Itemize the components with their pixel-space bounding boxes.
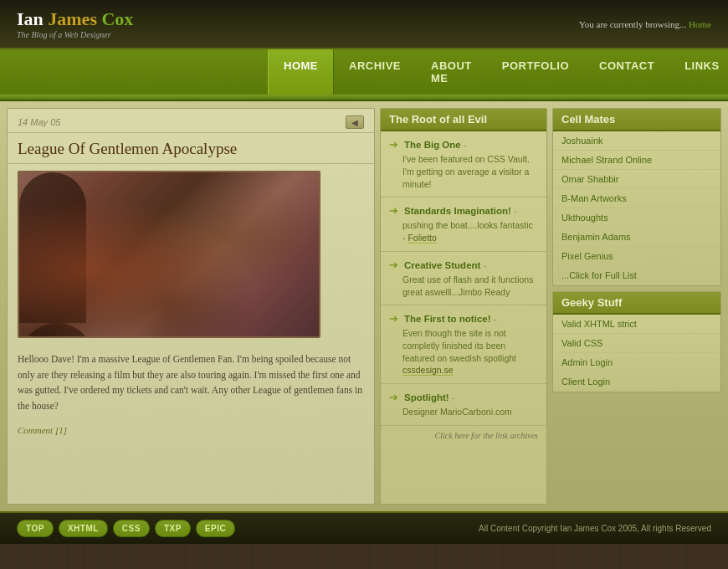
geeky-stuff-header: Geeky Stuff <box>553 292 720 315</box>
browsing-label: You are currently browsing... <box>579 19 686 29</box>
name-cox: Cox <box>101 8 133 29</box>
site-tagline: The Blog of a Web Designer <box>17 30 133 39</box>
sidebar-link-bman[interactable]: B-Man Artworks <box>553 189 720 208</box>
post-date: 14 May 05 <box>18 117 60 127</box>
link-archives-link[interactable]: Click here for the link archives <box>381 426 546 445</box>
cell-mates-header: Cell Mates <box>553 109 720 131</box>
copyright-text: All Content Copyright Ian James Cox 2005… <box>479 524 711 533</box>
link-desc-5: Designer MarioCarboni.com <box>389 406 538 418</box>
link-title-text-5[interactable]: Spotlight! - <box>404 392 455 402</box>
folietto-link[interactable]: Folietto <box>408 233 436 243</box>
name-ian: Ian <box>17 8 44 29</box>
root-of-evil-header: The Root of all Evil <box>381 109 546 131</box>
browsing-status: You are currently browsing... Home <box>579 19 711 29</box>
link-title-3: ➔ Creative Student - <box>389 259 538 272</box>
nav-item-archive[interactable]: ARCHIVE <box>334 49 416 95</box>
arrow-icon-2: ➔ <box>389 204 398 217</box>
sidebar-link-full-list[interactable]: ...Click for Full List <box>553 266 720 285</box>
post-header: 14 May 05 ◀ <box>8 109 374 133</box>
link-title-text-4[interactable]: The First to notice! - <box>404 314 497 324</box>
main-nav: HOME ARCHIVE ABOUT ME PORTFOLIO CONTACT … <box>0 49 728 95</box>
link-item-5: ➔ Spotlight! - Designer MarioCarboni.com <box>381 384 546 426</box>
sidebar-link-valid-css[interactable]: Valid CSS <box>553 334 720 353</box>
link-desc-1: I've been featured on CSS Vault. I'm get… <box>389 153 538 190</box>
site-title-area: Ian James Cox The Blog of a Web Designer <box>17 8 133 39</box>
link-desc-2: pushing the boat....looks fantastic - Fo… <box>389 219 538 243</box>
comment-link[interactable]: Comment [1] <box>18 425 67 435</box>
nav-item-portfolio[interactable]: PORTFOLIO <box>487 49 584 95</box>
nav-item-home[interactable]: HOME <box>268 49 334 95</box>
nav-item-about[interactable]: ABOUT ME <box>416 49 487 95</box>
post-body: Hellooo Dave! I'm a massive League of Ge… <box>8 345 374 420</box>
arrow-icon-4: ➔ <box>389 312 398 325</box>
link-item-1: ➔ The Big One - I've been featured on CS… <box>381 131 546 197</box>
arrow-icon-1: ➔ <box>389 138 398 151</box>
sidebar-link-pixel[interactable]: Pixel Genius <box>553 247 720 266</box>
link-title-1: ➔ The Big One - <box>389 138 538 151</box>
arrow-icon-5: ➔ <box>389 391 398 403</box>
link-title-4: ➔ The First to notice! - <box>389 312 538 326</box>
links-column: The Root of all Evil ➔ The Big One - I'v… <box>380 108 547 505</box>
name-james: James <box>48 8 97 29</box>
sidebar-link-valid-xhtml[interactable]: Valid XHTML strict <box>553 315 720 334</box>
link-item-4: ➔ The First to notice! - Even though the… <box>381 305 546 384</box>
link-desc-3: Great use of flash and it functions grea… <box>389 274 538 298</box>
link-title-text-1[interactable]: The Big One - <box>404 140 467 150</box>
site-name: Ian James Cox <box>17 8 133 30</box>
post-comment: Comment [1] <box>8 420 374 445</box>
decorative-bar <box>0 95 728 101</box>
link-item-3: ➔ Creative Student - Great use of flash … <box>381 252 546 305</box>
browsing-home-link[interactable]: Home <box>689 19 711 29</box>
figure-2 <box>19 323 95 338</box>
sidebar-link-michael[interactable]: Michael Strand Online <box>553 151 720 170</box>
site-footer: TOP XHTML CSS TXP EPIC All Content Copyr… <box>0 511 728 544</box>
nav-item-contact[interactable]: CONTACT <box>584 49 669 95</box>
footer-top-button[interactable]: TOP <box>17 520 54 537</box>
nav-item-links[interactable]: LINKS <box>669 49 728 95</box>
post-nav-arrows: ◀ <box>346 115 364 129</box>
link-item-2: ➔ Standards Imagination! - pushing the b… <box>381 197 546 251</box>
figure-1 <box>19 172 86 323</box>
link-desc-4: Even though the site is not completly fi… <box>389 327 538 377</box>
main-post-column: 14 May 05 ◀ League Of Gentlemen Apocalyp… <box>7 108 375 505</box>
footer-txp-button[interactable]: TXP <box>155 520 191 537</box>
prev-post-button[interactable]: ◀ <box>346 115 364 129</box>
sidebar-link-omar[interactable]: Omar Shabbir <box>553 170 720 189</box>
sidebar-link-admin-login[interactable]: Admin Login <box>553 353 720 372</box>
sidebar-link-client-login[interactable]: Client Login <box>553 372 720 392</box>
right-sidebar: Cell Mates Joshuaink Michael Strand Onli… <box>552 108 721 505</box>
cssdesign-link[interactable]: cssdesign.se <box>402 365 454 376</box>
sidebar-link-benjamin[interactable]: Benjamin Adams <box>553 228 720 247</box>
link-title-text-3[interactable]: Creative Student - <box>404 260 486 270</box>
content-wrapper: 14 May 05 ◀ League Of Gentlemen Apocalyp… <box>0 101 728 511</box>
post-image <box>18 171 320 338</box>
link-title-2: ➔ Standards Imagination! - <box>389 204 538 218</box>
arrow-icon-3: ➔ <box>389 259 398 271</box>
cell-mates-section: Cell Mates Joshuaink Michael Strand Onli… <box>552 108 721 286</box>
post-title: League Of Gentlemen Apocalypse <box>8 133 374 164</box>
footer-epic-button[interactable]: EPIC <box>196 520 235 537</box>
link-title-text-2[interactable]: Standards Imagination! - <box>404 206 517 216</box>
sidebar-link-ukthoughts[interactable]: Ukthoughts <box>553 208 720 228</box>
sidebar-link-joshuaink[interactable]: Joshuaink <box>553 131 720 151</box>
footer-xhtml-button[interactable]: XHTML <box>59 520 108 537</box>
footer-css-button[interactable]: CSS <box>113 520 150 537</box>
geeky-stuff-section: Geeky Stuff Valid XHTML strict Valid CSS… <box>552 291 721 392</box>
footer-links: TOP XHTML CSS TXP EPIC <box>17 520 235 537</box>
site-header: Ian James Cox The Blog of a Web Designer… <box>0 0 728 49</box>
link-title-5: ➔ Spotlight! - <box>389 391 538 404</box>
